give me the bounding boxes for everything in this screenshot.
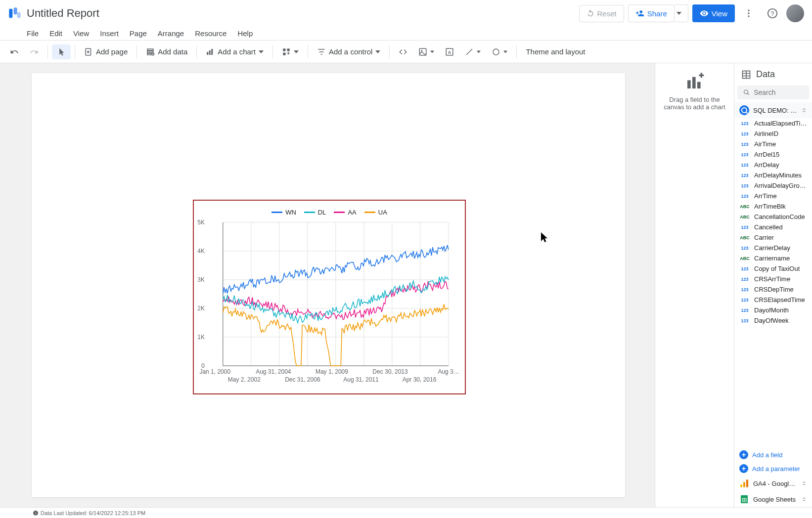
text-button[interactable]: A xyxy=(440,44,459,59)
view-button[interactable]: View xyxy=(692,4,735,22)
field-row[interactable]: 123ArrDelay xyxy=(734,160,812,170)
field-type-badge: 123 xyxy=(739,287,750,292)
shape-button[interactable] xyxy=(487,44,512,59)
field-type-badge: 123 xyxy=(739,308,750,313)
svg-text:A: A xyxy=(448,49,451,54)
legend-item[interactable]: WN xyxy=(271,209,296,216)
x-tick-label: Aug 3… xyxy=(438,368,459,375)
field-row[interactable]: 123ArrDelayMinutes xyxy=(734,170,812,180)
legend-item[interactable]: UA xyxy=(364,209,387,216)
field-name: Cancelled xyxy=(754,223,783,231)
time-series-chart[interactable]: WNDLAAUA 01K2K3K4K5K Jan 1, 2000Aug 31, … xyxy=(193,200,466,394)
field-list[interactable]: 123ActualElapsedTime123AirlineID123AirTi… xyxy=(734,118,812,448)
sheets-icon xyxy=(739,494,749,504)
canvas-area[interactable]: WNDLAAUA 01K2K3K4K5K Jan 1, 2000Aug 31, … xyxy=(0,63,655,507)
field-row[interactable]: 123CRSDepTime xyxy=(734,284,812,295)
menu-file[interactable]: File xyxy=(22,27,44,40)
add-field-link[interactable]: + Add a field xyxy=(734,448,812,462)
datasource-primary[interactable]: SQL DEMO: faa_fli… xyxy=(734,102,812,118)
field-row[interactable]: 123CarrierDelay xyxy=(734,243,812,253)
field-row[interactable]: ABCCarriername xyxy=(734,253,812,263)
image-button[interactable] xyxy=(413,44,439,59)
add-parameter-link[interactable]: + Add a parameter xyxy=(734,462,812,475)
add-parameter-label: Add a parameter xyxy=(752,465,800,473)
field-row[interactable]: 123ArrTime xyxy=(734,191,812,201)
search-input[interactable] xyxy=(754,88,803,96)
user-avatar[interactable] xyxy=(786,4,804,22)
theme-layout-label: Theme and layout xyxy=(526,47,585,56)
field-search[interactable] xyxy=(737,86,809,99)
add-chart-button[interactable]: Add a chart xyxy=(201,44,269,59)
y-tick-label: 2K xyxy=(197,305,205,312)
eye-icon xyxy=(700,9,709,18)
line-button[interactable] xyxy=(460,44,486,59)
field-row[interactable]: 123ArrivalDelayGroups xyxy=(734,180,812,191)
x-tick-label: Aug 31, 2011 xyxy=(343,376,378,383)
svg-point-43 xyxy=(744,90,748,94)
field-type-badge: 123 xyxy=(739,225,750,230)
field-row[interactable]: 123AirlineID xyxy=(734,129,812,139)
field-row[interactable]: 123CRSArrTime xyxy=(734,274,812,284)
legend-item[interactable]: DL xyxy=(304,209,326,216)
x-tick-label: Dec 31, 2006 xyxy=(285,376,320,383)
field-row[interactable]: 123CRSElapsedTime xyxy=(734,295,812,305)
field-name: ArrTime xyxy=(754,192,777,200)
community-vis-button[interactable] xyxy=(277,44,304,59)
undo-button[interactable] xyxy=(5,44,24,59)
menubar: File Edit View Insert Page Arrange Resou… xyxy=(0,27,812,41)
field-row[interactable]: 123ArrDel15 xyxy=(734,149,812,160)
menu-insert[interactable]: Insert xyxy=(95,27,124,40)
svg-text:?: ? xyxy=(770,10,774,17)
menu-resource[interactable]: Resource xyxy=(190,27,231,40)
select-tool[interactable] xyxy=(52,44,71,59)
field-type-badge: ABC xyxy=(739,215,750,219)
share-dropdown[interactable] xyxy=(675,4,688,22)
report-title[interactable]: Untitled Report xyxy=(27,7,99,20)
add-data-button[interactable]: Add data xyxy=(141,44,192,59)
field-row[interactable]: 123AirTime xyxy=(734,139,812,149)
more-options-button[interactable] xyxy=(739,3,759,23)
embed-button[interactable] xyxy=(394,44,412,59)
field-row[interactable]: 123Cancelled xyxy=(734,222,812,232)
x-tick-label: Dec 30, 2013 xyxy=(372,368,407,375)
redo-button[interactable] xyxy=(25,44,44,59)
share-button[interactable]: Share xyxy=(628,4,675,22)
svg-rect-45 xyxy=(740,484,742,487)
svg-rect-10 xyxy=(207,52,209,55)
field-row[interactable]: 123DayOfWeek xyxy=(734,315,812,326)
field-row[interactable]: 123DayofMonth xyxy=(734,305,812,315)
field-type-badge: 123 xyxy=(739,152,750,157)
field-row[interactable]: 123ActualElapsedTime xyxy=(734,118,812,129)
legend-item[interactable]: AA xyxy=(334,209,356,216)
y-tick-label: 3K xyxy=(197,276,205,283)
menu-view[interactable]: View xyxy=(68,27,94,40)
add-control-button[interactable]: Add a control xyxy=(312,44,385,59)
reset-button[interactable]: Reset xyxy=(579,5,624,22)
menu-page[interactable]: Page xyxy=(125,27,152,40)
legend-swatch xyxy=(304,212,315,213)
field-row[interactable]: 123Copy of TaxiOut xyxy=(734,263,812,274)
datasource-ga4[interactable]: GA4 - Google Merc… xyxy=(734,475,812,491)
chevron-updown-icon[interactable] xyxy=(801,496,807,502)
chevron-updown-icon[interactable] xyxy=(801,107,807,113)
menu-edit[interactable]: Edit xyxy=(45,27,67,40)
field-row[interactable]: ABCCancellationCode xyxy=(734,212,812,222)
chevron-updown-icon[interactable] xyxy=(801,480,807,486)
code-icon xyxy=(399,47,407,56)
field-name: ArrDelayMinutes xyxy=(754,172,802,179)
theme-layout-button[interactable]: Theme and layout xyxy=(521,44,590,59)
svg-rect-14 xyxy=(287,48,290,51)
datasource-name: GA4 - Google Merc… xyxy=(753,480,797,487)
datasource-sheets[interactable]: Google Sheets xyxy=(734,491,812,507)
status-bar: i Data Last Updated: 6/14/2022 12:25:13 … xyxy=(0,507,812,518)
app-header: Untitled Report Reset Share View ? xyxy=(0,0,812,27)
help-button[interactable]: ? xyxy=(763,3,782,23)
bigquery-icon xyxy=(739,105,749,115)
add-page-button[interactable]: Add page xyxy=(79,44,133,59)
field-row[interactable]: ABCArrTimeBlk xyxy=(734,201,812,212)
field-row[interactable]: ABCCarrier xyxy=(734,232,812,243)
cursor-icon xyxy=(57,47,66,56)
menu-help[interactable]: Help xyxy=(232,27,258,40)
menu-arrange[interactable]: Arrange xyxy=(153,27,189,40)
report-page[interactable]: WNDLAAUA 01K2K3K4K5K Jan 1, 2000Aug 31, … xyxy=(32,73,625,497)
